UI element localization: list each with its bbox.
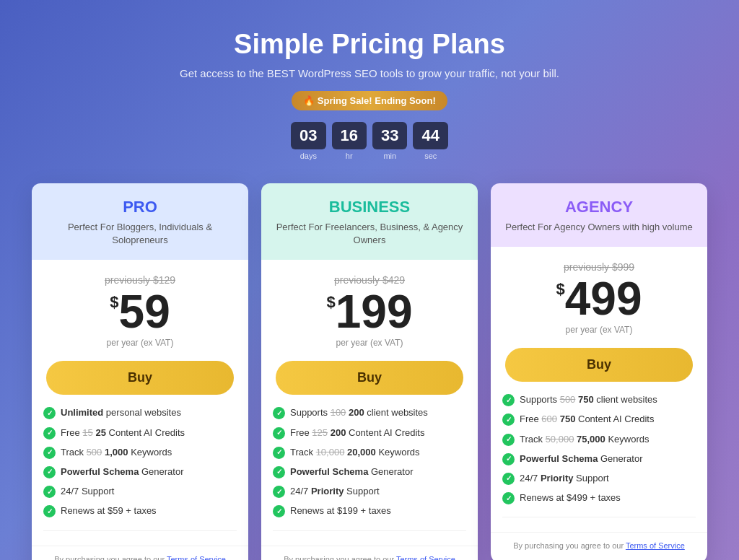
list-item: 24/7 Support bbox=[43, 485, 237, 498]
tos-link[interactable]: Terms of Service bbox=[626, 541, 685, 550]
plan-business-name: BUSINESS bbox=[276, 198, 463, 216]
check-icon bbox=[273, 505, 285, 517]
check-icon bbox=[502, 394, 515, 406]
plan-agency-tos: By purchasing you agree to our Terms of … bbox=[491, 532, 707, 550]
list-item: Unlimited personal websites bbox=[43, 406, 237, 419]
plan-agency-header: AGENCY Perfect For Agency Owners with hi… bbox=[491, 183, 707, 247]
plan-business-old-price: previously $429 bbox=[276, 274, 463, 286]
plan-business-tos: By purchasing you agree to our Terms of … bbox=[261, 546, 478, 561]
check-icon bbox=[502, 473, 515, 485]
list-item: Track 50,000 75,000 Keywords bbox=[502, 433, 696, 446]
check-icon bbox=[43, 486, 56, 498]
list-item: Supports 500 750 client websites bbox=[502, 393, 696, 406]
check-icon bbox=[43, 407, 56, 419]
divider bbox=[273, 530, 466, 531]
plans-container: PRO Perfect For Bloggers, Individuals & … bbox=[23, 183, 716, 560]
divider bbox=[43, 530, 237, 531]
plan-business-header: BUSINESS Perfect For Freelancers, Busine… bbox=[261, 183, 478, 260]
plan-agency-desc: Perfect For Agency Owners with high volu… bbox=[505, 221, 693, 234]
countdown-hours: 16 hr bbox=[332, 122, 367, 160]
page-subtitle: Get access to the BEST WordPress SEO too… bbox=[180, 67, 559, 79]
countdown-minutes: 33 min bbox=[372, 122, 407, 160]
plan-agency-features: Supports 500 750 client websites Free 60… bbox=[491, 393, 707, 511]
list-item: Free 125 200 Content AI Credits bbox=[273, 426, 466, 439]
plan-pro-header: PRO Perfect For Bloggers, Individuals & … bbox=[32, 183, 248, 260]
plan-pro-period: per year (ex VAT) bbox=[46, 338, 234, 348]
countdown-seconds: 44 sec bbox=[413, 122, 447, 160]
page-title: Simple Pricing Plans bbox=[180, 29, 559, 60]
plan-pro-tos: By purchasing you agree to our Terms of … bbox=[32, 546, 248, 561]
plan-pro-name: PRO bbox=[46, 198, 234, 216]
plan-pro-desc: Perfect For Bloggers, Individuals & Solo… bbox=[46, 221, 234, 247]
list-item: Supports 100 200 client websites bbox=[273, 406, 466, 419]
check-icon bbox=[43, 505, 56, 517]
plan-agency-pricing: previously $999 $ 499 per year (ex VAT) bbox=[491, 250, 707, 348]
check-icon bbox=[502, 414, 515, 426]
plan-business-features: Supports 100 200 client websites Free 12… bbox=[261, 406, 478, 524]
plan-pro-old-price: previously $129 bbox=[46, 274, 234, 286]
check-icon bbox=[502, 434, 515, 446]
check-icon bbox=[273, 447, 285, 459]
plan-business-buy-button[interactable]: Buy bbox=[276, 361, 463, 395]
sale-badge: 🔥 Spring Sale! Ending Soon! bbox=[292, 91, 447, 110]
plan-business-pricing: previously $429 $ 199 per year (ex VAT) bbox=[261, 263, 478, 361]
plan-agency-price: $ 499 bbox=[505, 276, 693, 322]
list-item: Renews at $499 + taxes bbox=[502, 491, 696, 504]
list-item: Renews at $199 + taxes bbox=[273, 504, 466, 517]
list-item: Renews at $59 + taxes bbox=[43, 504, 237, 517]
check-icon bbox=[43, 447, 56, 459]
plan-agency-old-price: previously $999 bbox=[505, 261, 693, 273]
plan-pro-pricing: previously $129 $ 59 per year (ex VAT) bbox=[32, 263, 248, 361]
check-icon bbox=[273, 427, 285, 439]
plan-pro-price: $ 59 bbox=[46, 289, 234, 335]
plan-agency-buy-button[interactable]: Buy bbox=[505, 348, 693, 382]
list-item: Track 10,000 20,000 Keywords bbox=[273, 446, 466, 459]
plan-business-price: $ 199 bbox=[276, 289, 463, 335]
check-icon bbox=[502, 492, 515, 504]
divider bbox=[502, 517, 696, 517]
check-icon bbox=[43, 427, 56, 439]
tos-link[interactable]: Terms of Service bbox=[167, 555, 226, 561]
list-item: 24/7 Priority Support bbox=[502, 472, 696, 485]
plan-agency: AGENCY Perfect For Agency Owners with hi… bbox=[491, 183, 707, 560]
list-item: Free 600 750 Content AI Credits bbox=[502, 413, 696, 426]
plan-business: BUSINESS Perfect For Freelancers, Busine… bbox=[261, 183, 478, 560]
page-header: Simple Pricing Plans Get access to the B… bbox=[180, 29, 559, 166]
list-item: Powerful Schema Generator bbox=[43, 465, 237, 478]
check-icon bbox=[273, 486, 285, 498]
list-item: Free 15 25 Content AI Credits bbox=[43, 426, 237, 439]
check-icon bbox=[273, 407, 285, 419]
plan-agency-name: AGENCY bbox=[505, 198, 693, 216]
countdown-timer: 03 days 16 hr 33 min 44 sec bbox=[180, 122, 559, 160]
list-item: Track 500 1,000 Keywords bbox=[43, 446, 237, 459]
plan-pro: PRO Perfect For Bloggers, Individuals & … bbox=[32, 183, 248, 560]
tos-link[interactable]: Terms of Service bbox=[396, 555, 455, 561]
plan-agency-period: per year (ex VAT) bbox=[505, 325, 693, 335]
check-icon bbox=[502, 453, 515, 465]
check-icon bbox=[43, 466, 56, 478]
countdown-days: 03 days bbox=[291, 122, 325, 160]
plan-business-period: per year (ex VAT) bbox=[276, 338, 463, 348]
list-item: Powerful Schema Generator bbox=[273, 465, 466, 478]
list-item: 24/7 Priority Support bbox=[273, 485, 466, 498]
list-item: Powerful Schema Generator bbox=[502, 452, 696, 465]
check-icon bbox=[273, 466, 285, 478]
plan-pro-buy-button[interactable]: Buy bbox=[46, 361, 234, 395]
plan-business-desc: Perfect For Freelancers, Business, & Age… bbox=[276, 221, 463, 247]
plan-pro-features: Unlimited personal websites Free 15 25 C… bbox=[32, 406, 248, 524]
